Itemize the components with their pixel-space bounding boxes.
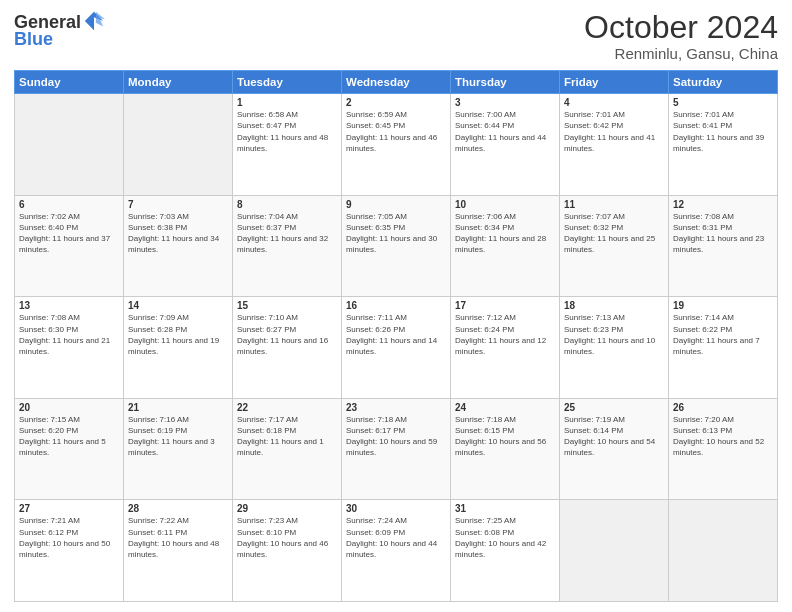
day-header-thursday: Thursday (451, 71, 560, 94)
calendar-cell: 29Sunrise: 7:23 AM Sunset: 6:10 PM Dayli… (233, 500, 342, 602)
day-number: 27 (19, 503, 119, 514)
day-number: 13 (19, 300, 119, 311)
calendar-cell: 7Sunrise: 7:03 AM Sunset: 6:38 PM Daylig… (124, 195, 233, 297)
day-info: Sunrise: 7:04 AM Sunset: 6:37 PM Dayligh… (237, 211, 337, 256)
calendar-cell: 31Sunrise: 7:25 AM Sunset: 6:08 PM Dayli… (451, 500, 560, 602)
day-number: 15 (237, 300, 337, 311)
day-info: Sunrise: 7:13 AM Sunset: 6:23 PM Dayligh… (564, 312, 664, 357)
day-number: 26 (673, 402, 773, 413)
day-info: Sunrise: 6:58 AM Sunset: 6:47 PM Dayligh… (237, 109, 337, 154)
calendar-cell: 24Sunrise: 7:18 AM Sunset: 6:15 PM Dayli… (451, 398, 560, 500)
calendar-cell: 27Sunrise: 7:21 AM Sunset: 6:12 PM Dayli… (15, 500, 124, 602)
day-number: 2 (346, 97, 446, 108)
day-number: 31 (455, 503, 555, 514)
day-number: 25 (564, 402, 664, 413)
day-info: Sunrise: 7:21 AM Sunset: 6:12 PM Dayligh… (19, 515, 119, 560)
day-number: 29 (237, 503, 337, 514)
day-number: 12 (673, 199, 773, 210)
day-header-wednesday: Wednesday (342, 71, 451, 94)
calendar-table: SundayMondayTuesdayWednesdayThursdayFrid… (14, 70, 778, 602)
day-info: Sunrise: 7:17 AM Sunset: 6:18 PM Dayligh… (237, 414, 337, 459)
week-row-1: 1Sunrise: 6:58 AM Sunset: 6:47 PM Daylig… (15, 94, 778, 196)
day-number: 30 (346, 503, 446, 514)
day-header-tuesday: Tuesday (233, 71, 342, 94)
day-number: 11 (564, 199, 664, 210)
calendar-cell: 11Sunrise: 7:07 AM Sunset: 6:32 PM Dayli… (560, 195, 669, 297)
calendar-cell: 3Sunrise: 7:00 AM Sunset: 6:44 PM Daylig… (451, 94, 560, 196)
day-info: Sunrise: 7:10 AM Sunset: 6:27 PM Dayligh… (237, 312, 337, 357)
day-info: Sunrise: 7:01 AM Sunset: 6:42 PM Dayligh… (564, 109, 664, 154)
calendar-cell: 6Sunrise: 7:02 AM Sunset: 6:40 PM Daylig… (15, 195, 124, 297)
day-info: Sunrise: 6:59 AM Sunset: 6:45 PM Dayligh… (346, 109, 446, 154)
day-info: Sunrise: 7:06 AM Sunset: 6:34 PM Dayligh… (455, 211, 555, 256)
calendar-cell: 15Sunrise: 7:10 AM Sunset: 6:27 PM Dayli… (233, 297, 342, 399)
day-info: Sunrise: 7:01 AM Sunset: 6:41 PM Dayligh… (673, 109, 773, 154)
day-number: 10 (455, 199, 555, 210)
week-row-4: 20Sunrise: 7:15 AM Sunset: 6:20 PM Dayli… (15, 398, 778, 500)
day-number: 3 (455, 97, 555, 108)
calendar-cell: 16Sunrise: 7:11 AM Sunset: 6:26 PM Dayli… (342, 297, 451, 399)
calendar-cell: 23Sunrise: 7:18 AM Sunset: 6:17 PM Dayli… (342, 398, 451, 500)
calendar-cell: 20Sunrise: 7:15 AM Sunset: 6:20 PM Dayli… (15, 398, 124, 500)
day-number: 20 (19, 402, 119, 413)
calendar-cell: 1Sunrise: 6:58 AM Sunset: 6:47 PM Daylig… (233, 94, 342, 196)
day-number: 7 (128, 199, 228, 210)
calendar-cell (560, 500, 669, 602)
day-info: Sunrise: 7:08 AM Sunset: 6:31 PM Dayligh… (673, 211, 773, 256)
location-title: Renminlu, Gansu, China (584, 45, 778, 62)
day-number: 14 (128, 300, 228, 311)
day-info: Sunrise: 7:03 AM Sunset: 6:38 PM Dayligh… (128, 211, 228, 256)
week-row-2: 6Sunrise: 7:02 AM Sunset: 6:40 PM Daylig… (15, 195, 778, 297)
header-row: SundayMondayTuesdayWednesdayThursdayFrid… (15, 71, 778, 94)
week-row-3: 13Sunrise: 7:08 AM Sunset: 6:30 PM Dayli… (15, 297, 778, 399)
day-number: 24 (455, 402, 555, 413)
day-header-sunday: Sunday (15, 71, 124, 94)
calendar-cell: 12Sunrise: 7:08 AM Sunset: 6:31 PM Dayli… (669, 195, 778, 297)
day-info: Sunrise: 7:20 AM Sunset: 6:13 PM Dayligh… (673, 414, 773, 459)
day-number: 9 (346, 199, 446, 210)
calendar-cell: 22Sunrise: 7:17 AM Sunset: 6:18 PM Dayli… (233, 398, 342, 500)
day-info: Sunrise: 7:19 AM Sunset: 6:14 PM Dayligh… (564, 414, 664, 459)
header: General Blue October 2024 Renminlu, Gans… (14, 10, 778, 62)
day-info: Sunrise: 7:14 AM Sunset: 6:22 PM Dayligh… (673, 312, 773, 357)
calendar-cell: 14Sunrise: 7:09 AM Sunset: 6:28 PM Dayli… (124, 297, 233, 399)
logo-icon (83, 10, 105, 32)
day-header-friday: Friday (560, 71, 669, 94)
day-number: 8 (237, 199, 337, 210)
calendar-cell: 17Sunrise: 7:12 AM Sunset: 6:24 PM Dayli… (451, 297, 560, 399)
day-number: 23 (346, 402, 446, 413)
title-block: October 2024 Renminlu, Gansu, China (584, 10, 778, 62)
calendar-cell (124, 94, 233, 196)
day-number: 4 (564, 97, 664, 108)
day-number: 19 (673, 300, 773, 311)
day-header-monday: Monday (124, 71, 233, 94)
day-info: Sunrise: 7:11 AM Sunset: 6:26 PM Dayligh… (346, 312, 446, 357)
calendar-cell: 9Sunrise: 7:05 AM Sunset: 6:35 PM Daylig… (342, 195, 451, 297)
day-info: Sunrise: 7:00 AM Sunset: 6:44 PM Dayligh… (455, 109, 555, 154)
day-number: 16 (346, 300, 446, 311)
calendar-cell: 4Sunrise: 7:01 AM Sunset: 6:42 PM Daylig… (560, 94, 669, 196)
page: General Blue October 2024 Renminlu, Gans… (0, 0, 792, 612)
day-number: 5 (673, 97, 773, 108)
calendar-cell: 28Sunrise: 7:22 AM Sunset: 6:11 PM Dayli… (124, 500, 233, 602)
day-info: Sunrise: 7:12 AM Sunset: 6:24 PM Dayligh… (455, 312, 555, 357)
week-row-5: 27Sunrise: 7:21 AM Sunset: 6:12 PM Dayli… (15, 500, 778, 602)
day-number: 22 (237, 402, 337, 413)
calendar-cell: 30Sunrise: 7:24 AM Sunset: 6:09 PM Dayli… (342, 500, 451, 602)
day-info: Sunrise: 7:05 AM Sunset: 6:35 PM Dayligh… (346, 211, 446, 256)
calendar-cell: 26Sunrise: 7:20 AM Sunset: 6:13 PM Dayli… (669, 398, 778, 500)
day-number: 1 (237, 97, 337, 108)
calendar-cell: 19Sunrise: 7:14 AM Sunset: 6:22 PM Dayli… (669, 297, 778, 399)
calendar-cell: 18Sunrise: 7:13 AM Sunset: 6:23 PM Dayli… (560, 297, 669, 399)
day-info: Sunrise: 7:25 AM Sunset: 6:08 PM Dayligh… (455, 515, 555, 560)
day-info: Sunrise: 7:24 AM Sunset: 6:09 PM Dayligh… (346, 515, 446, 560)
calendar-cell: 21Sunrise: 7:16 AM Sunset: 6:19 PM Dayli… (124, 398, 233, 500)
calendar-cell: 2Sunrise: 6:59 AM Sunset: 6:45 PM Daylig… (342, 94, 451, 196)
day-info: Sunrise: 7:08 AM Sunset: 6:30 PM Dayligh… (19, 312, 119, 357)
day-info: Sunrise: 7:22 AM Sunset: 6:11 PM Dayligh… (128, 515, 228, 560)
day-info: Sunrise: 7:15 AM Sunset: 6:20 PM Dayligh… (19, 414, 119, 459)
day-info: Sunrise: 7:09 AM Sunset: 6:28 PM Dayligh… (128, 312, 228, 357)
day-info: Sunrise: 7:23 AM Sunset: 6:10 PM Dayligh… (237, 515, 337, 560)
day-header-saturday: Saturday (669, 71, 778, 94)
calendar-cell: 13Sunrise: 7:08 AM Sunset: 6:30 PM Dayli… (15, 297, 124, 399)
